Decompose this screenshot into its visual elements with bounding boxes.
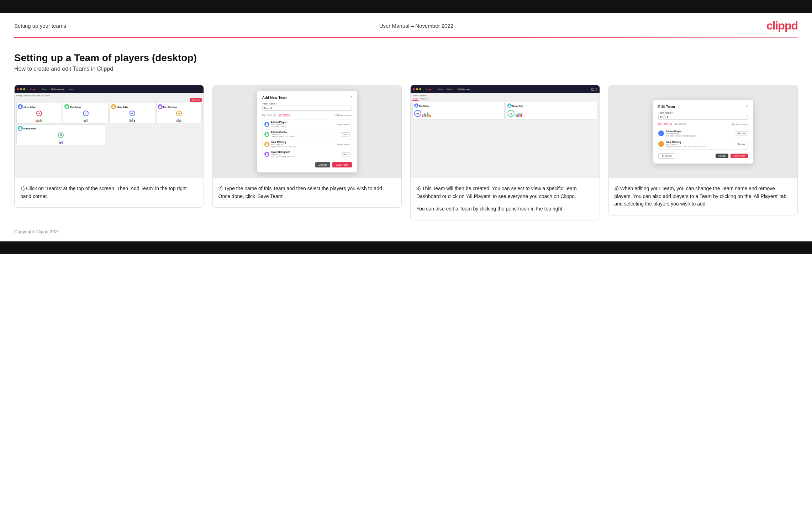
copyright-text: Copyright Clippd 2021 xyxy=(14,229,60,234)
card-1-text: 1) Click on 'Teams' at the top of the sc… xyxy=(15,178,204,207)
edit-dialog-name-input[interactable]: Team A xyxy=(658,115,748,120)
nav-players-3: Players xyxy=(446,88,454,91)
nav-performance-3: My Performance xyxy=(457,88,472,91)
score-3: 94 xyxy=(130,111,135,116)
m3-score-1: 94 xyxy=(414,110,421,117)
card-2-text: 2) Type the name of this Team and then s… xyxy=(213,178,402,207)
dialog-2-tab-my-team[interactable]: My Team (2) xyxy=(262,114,276,117)
bar xyxy=(429,115,431,117)
dialog-2-tab-all-players[interactable]: All Players xyxy=(278,113,290,117)
tab-all-players-3: All Players xyxy=(420,98,428,101)
bar xyxy=(427,112,428,117)
bar xyxy=(134,120,135,122)
dialog-add-btn-2[interactable]: Add xyxy=(341,132,350,137)
bar-row-1 xyxy=(422,112,503,117)
edit-remove-btn-1[interactable]: Remove xyxy=(735,131,748,135)
mockup-nav-items: Home My Performance Teams xyxy=(41,88,75,91)
bar-row-2 xyxy=(516,112,596,117)
edit-player-detail-1b: The Shire London, United Kingdom xyxy=(666,135,733,137)
edit-player-name-2: Blair McHarg xyxy=(666,141,733,143)
edit-delete-btn[interactable]: 🗑 Delete xyxy=(658,153,675,159)
bar xyxy=(41,120,42,122)
bar xyxy=(59,142,60,144)
mockup-1-nav: clippd Home My Performance Teams xyxy=(15,85,204,93)
mockup-player-grid: Adrian Collins 84 xyxy=(16,103,202,123)
bar xyxy=(60,142,61,144)
score-1: 84 xyxy=(36,111,42,116)
edit-filter-label: Filter by name xyxy=(734,123,748,126)
dialog-avatar-3 xyxy=(264,142,269,147)
dialog-player-name-2: Adrian Coliba xyxy=(271,131,339,133)
mockup-3: clippd Home Players My Performance Team … xyxy=(411,85,600,178)
avatar-2 xyxy=(64,104,69,109)
nav-teams: Teams xyxy=(68,88,75,91)
player-name-3: Adrian Coliba xyxy=(117,106,128,108)
dialog-avatar-2 xyxy=(264,132,269,137)
mockup-player-3: Adrian Coliba 94 xyxy=(110,103,155,123)
tab-team-a: Team A xyxy=(412,98,418,101)
card-3-desc2: You can also edit a Team by clicking the… xyxy=(416,205,594,213)
dialog-player-info-2: Adrian Coliba 1 Handicap Central London … xyxy=(271,131,339,138)
mockup-player-5: Richard Butler 72 xyxy=(16,124,105,145)
mockup-3-player-2: Richard Butler 72 xyxy=(506,102,598,119)
dialog-add-btn-4[interactable]: Add xyxy=(341,152,350,156)
nav-home-3: Home xyxy=(437,88,444,91)
edit-filter: Filter by name xyxy=(732,123,748,126)
dialog-2-save-btn[interactable]: Save Team xyxy=(332,162,352,167)
nav-home: Home xyxy=(41,88,48,91)
edit-tab-my-team[interactable]: My Team (2) xyxy=(658,123,672,126)
m3-name-1: Blair McHarg xyxy=(419,105,429,107)
dialog-player-info-1: Adrian Player Plus Handicap The Shire Lo… xyxy=(271,121,336,128)
card-3-text: 3) This Team will then be created. You c… xyxy=(411,178,600,220)
edit-cancel-btn[interactable]: Cancel xyxy=(716,154,728,158)
edit-player-info-2: Blair McHarg Plus Handicap Royal North D… xyxy=(666,141,733,148)
score-4: 78 xyxy=(176,111,182,116)
m3-name-2: Richard Butler xyxy=(512,105,523,107)
player-name-1: Adrian Collins xyxy=(23,106,36,108)
edit-avatar-2 xyxy=(658,141,664,147)
dialog-player-detail-1b: The Shire London xyxy=(271,126,336,128)
footer: Copyright Clippd 2021 xyxy=(0,220,812,241)
bar xyxy=(131,120,132,122)
card-1-screenshot: clippd Home My Performance Teams Finding… xyxy=(15,85,204,178)
bars-2 xyxy=(84,118,88,122)
mockup-3-sub-tabs: Team A All Players xyxy=(412,98,598,101)
card-2: Add New Team × Team Name * Team A My Tea… xyxy=(212,85,402,208)
bar xyxy=(38,120,39,122)
avatar-4 xyxy=(158,104,163,109)
m3-avatar-2 xyxy=(507,103,512,108)
edit-tab-all-players[interactable]: All Players xyxy=(674,123,686,126)
mockup-1: clippd Home My Performance Teams Finding… xyxy=(15,85,204,178)
bars-1 xyxy=(36,118,42,122)
dialog-player-row-3: Blair McHarg Plus Handicap Royal North D… xyxy=(263,139,352,149)
card-3-screenshot: clippd Home Players My Performance Team … xyxy=(411,85,600,178)
dialog-2-close[interactable]: × xyxy=(350,94,353,99)
dialog-player-status-1: Player Added xyxy=(337,123,350,126)
bottom-bar xyxy=(0,241,812,254)
dialog-2-cancel-btn[interactable]: Cancel xyxy=(315,162,330,167)
dialog-2-tabs: My Team (2) All Players Filter by name xyxy=(262,113,352,117)
edit-remove-btn-2[interactable]: Remove xyxy=(735,142,748,146)
edit-save-btn[interactable]: Save Team xyxy=(731,154,748,158)
nav-my-performance: My Performance xyxy=(50,88,65,91)
dialog-player-name-3: Blair McHarg xyxy=(271,141,336,143)
score-2: 0 xyxy=(83,111,89,116)
bars-3 xyxy=(130,118,135,122)
mockup-3-icons xyxy=(591,88,597,91)
bar xyxy=(130,119,131,122)
dialog-player-row-2: Adrian Coliba 1 Handicap Central London … xyxy=(263,129,352,139)
edit-icon xyxy=(591,88,594,91)
nav-dot-y3 xyxy=(416,88,418,90)
dialog-2-name-input[interactable]: Team A xyxy=(262,106,352,111)
bar xyxy=(428,114,429,117)
edit-dialog-close[interactable]: × xyxy=(746,103,749,108)
mockup-3-nav: clippd Home Players My Performance xyxy=(411,85,600,93)
edit-filter-checkbox[interactable] xyxy=(732,123,734,126)
dialog-player-detail-4b: The Dog Wagging Golf Club xyxy=(271,155,339,158)
header-left-text: Setting up your teams xyxy=(14,23,66,29)
edit-player-detail-2b: Royal North Devon Golf Club, United King… xyxy=(666,145,733,148)
edit-players-list: Adrian Player Plus Handicap The Shire Lo… xyxy=(658,128,748,150)
filter-checkbox[interactable] xyxy=(336,114,338,116)
edit-delete-label: Delete xyxy=(665,155,672,157)
nav-dot-r3 xyxy=(413,88,415,90)
